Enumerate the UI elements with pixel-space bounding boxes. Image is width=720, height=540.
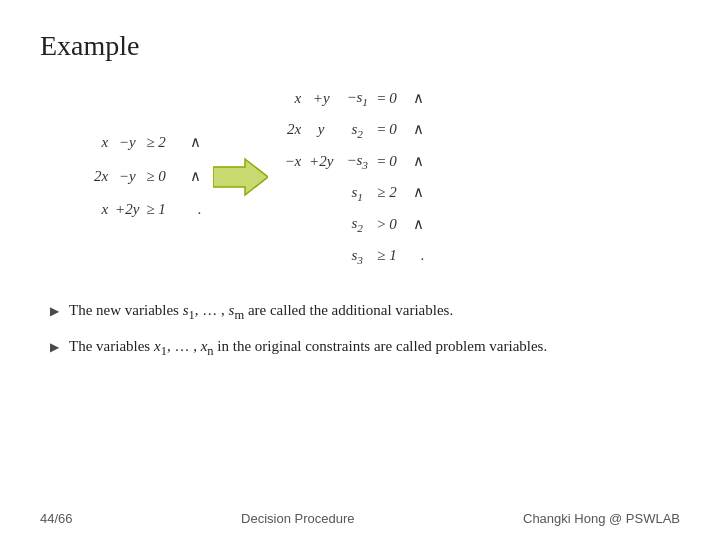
course-name: Decision Procedure [241, 511, 354, 526]
page-number: 44/66 [40, 511, 73, 526]
bullet-text-1: The new variables s1, … , sm are called … [69, 299, 680, 325]
bullet-triangle-1: ▶ [50, 302, 59, 320]
green-arrow-icon [213, 157, 268, 197]
right-equations: x +y −s1 = 0 ∧ 2x y s2 = 0 ∧ −x +2 [275, 82, 426, 271]
bullet-triangle-2: ▶ [50, 338, 59, 356]
bullet-points: ▶ The new variables s1, … , sm are calle… [50, 299, 680, 361]
author-name: Changki Hong @ PSWLAB [523, 511, 680, 526]
transform-arrow [205, 157, 275, 197]
bullet-item-1: ▶ The new variables s1, … , sm are calle… [50, 299, 680, 325]
bullet-text-2: The variables x1, … , xn in the original… [69, 335, 680, 361]
left-equations: x −y ≥ 2 ∧ 2x −y ≥ 0 ∧ x +2y ≥ 1 . [60, 125, 205, 228]
svg-marker-0 [213, 159, 268, 195]
bullet-item-2: ▶ The variables x1, … , xn in the origin… [50, 335, 680, 361]
slide: Example x −y ≥ 2 ∧ 2x −y ≥ 0 ∧ x [0, 0, 720, 540]
equation-area: x −y ≥ 2 ∧ 2x −y ≥ 0 ∧ x +2y ≥ 1 . [40, 82, 680, 271]
footer: 44/66 Decision Procedure Changki Hong @ … [0, 511, 720, 526]
slide-title: Example [40, 30, 680, 62]
